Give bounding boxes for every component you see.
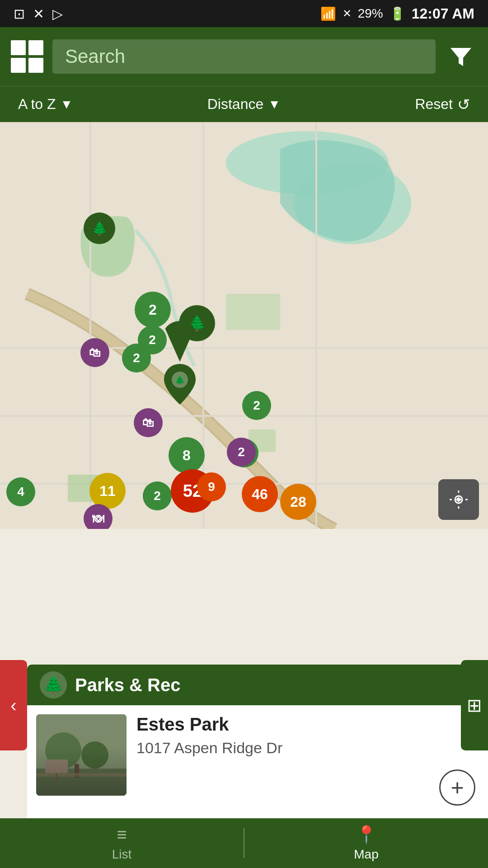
location-button[interactable] — [438, 479, 479, 520]
svg-marker-0 — [450, 48, 471, 66]
marker-purple-2[interactable]: 2 — [227, 438, 256, 467]
image-icon: ⊡ — [14, 6, 25, 22]
svg-point-18 — [45, 732, 81, 769]
map-pin-icon: 📍 — [356, 825, 377, 844]
add-button[interactable]: + — [439, 769, 475, 806]
status-bar: ⊡ ✕ ▷ 📶 ✕ 29% 🔋 12:07 AM — [0, 0, 488, 27]
reset-icon: ↺ — [457, 95, 470, 113]
panel-header: 🌲 Parks & Rec × — [27, 665, 488, 705]
sort-distance-button[interactable]: Distance ▼ — [207, 96, 281, 113]
nav-map-label: Map — [354, 847, 378, 862]
wifi-icon: 📶 — [320, 6, 336, 21]
place-name: Estes Park — [136, 714, 479, 735]
panel-content: Estes Park 1017 Aspen Ridge Dr — [27, 705, 488, 805]
list-icon: ≡ — [117, 825, 127, 844]
svg-rect-17 — [36, 769, 127, 796]
filter-button[interactable] — [445, 40, 477, 73]
sort-distance-label: Distance — [207, 96, 264, 113]
nav-map-tab[interactable]: 📍 Map — [244, 818, 488, 868]
battery-icon: 🔋 — [389, 6, 405, 21]
status-icons-right: 📶 ✕ 29% 🔋 12:07 AM — [320, 5, 474, 22]
svg-rect-21 — [36, 773, 127, 777]
svg-rect-4 — [226, 294, 280, 330]
marker-purple-food[interactable]: 🍽 — [84, 504, 113, 529]
grid-list-icon: ⊞ — [467, 695, 482, 716]
battery-percent: 29% — [358, 6, 383, 21]
park-icon-1: 🌲 — [92, 221, 108, 236]
svg-text:🌲: 🌲 — [175, 375, 185, 385]
panel-category-icon: 🌲 — [40, 671, 67, 698]
panel-category-name: Parks & Rec — [75, 675, 180, 695]
marker-orange-46[interactable]: 46 — [242, 476, 278, 512]
bottom-nav: ≡ List 📍 Map — [0, 818, 488, 868]
marker-green-2b[interactable]: 2 — [138, 326, 167, 354]
sort-az-button[interactable]: A to Z ▼ — [18, 96, 73, 113]
selected-pin-marker[interactable]: 🌲 — [162, 321, 198, 407]
close-icon: ✕ — [33, 6, 44, 22]
status-icons-left: ⊡ ✕ ▷ — [14, 6, 63, 22]
place-address: 1017 Aspen Ridge Dr — [136, 739, 479, 757]
place-image — [36, 714, 127, 796]
marker-orange-9[interactable]: 9 — [197, 472, 226, 501]
marker-purple-bag2[interactable]: 🛍 — [134, 408, 163, 437]
parks-icon: 🌲 — [43, 675, 64, 694]
park-marker-1[interactable]: 🌲 — [84, 212, 115, 244]
panel-title-area: 🌲 Parks & Rec — [40, 671, 180, 698]
sort-distance-arrow: ▼ — [268, 97, 281, 112]
svg-rect-20 — [75, 764, 79, 778]
marker-green-2d[interactable]: 2 — [242, 391, 271, 420]
svg-rect-22 — [45, 760, 68, 773]
map-background — [0, 122, 488, 529]
svg-rect-16 — [36, 714, 127, 796]
panel-prev-button[interactable]: ‹ — [0, 660, 27, 750]
svg-point-19 — [81, 741, 108, 769]
reset-label: Reset — [415, 96, 453, 113]
place-thumbnail — [36, 714, 127, 796]
svg-rect-23 — [56, 773, 57, 782]
nav-list-tab[interactable]: ≡ List — [0, 818, 244, 868]
marker-green-4[interactable]: 4 — [6, 477, 35, 506]
search-placeholder: Search — [65, 46, 125, 67]
marker-green-2f[interactable]: 2 — [143, 481, 172, 510]
marker-purple-bag1[interactable]: 🛍 — [80, 338, 109, 367]
search-bar[interactable]: Search — [52, 39, 436, 74]
place-info: Estes Park 1017 Aspen Ridge Dr — [136, 714, 479, 757]
place-card[interactable]: Estes Park 1017 Aspen Ridge Dr — [36, 714, 479, 796]
status-time: 12:07 AM — [412, 5, 474, 22]
sort-az-label: A to Z — [18, 96, 56, 113]
signal-icon: ✕ — [343, 7, 352, 20]
map-area[interactable]: 🌲 🌲 🌲 2 2 2 2 8 2 4 2 7 52 9 46 28 11 🛍 … — [0, 122, 488, 529]
marker-green-8[interactable]: 8 — [169, 437, 205, 473]
nav-list-label: List — [112, 847, 132, 862]
app-header: Search — [0, 27, 488, 86]
marker-yellow-11[interactable]: 11 — [89, 473, 126, 509]
info-panel: 🌲 Parks & Rec × — [27, 665, 488, 818]
sort-az-arrow: ▼ — [61, 97, 73, 112]
chevron-left-icon: ‹ — [10, 695, 16, 716]
panel-next-button[interactable]: ⊞ — [461, 660, 488, 750]
sort-bar: A to Z ▼ Distance ▼ Reset ↺ — [0, 86, 488, 122]
marker-green-2c[interactable]: 2 — [135, 292, 171, 328]
play-icon: ▷ — [52, 6, 63, 22]
reset-button[interactable]: Reset ↺ — [415, 95, 470, 113]
grid-menu-button[interactable] — [11, 40, 43, 73]
marker-orange-28[interactable]: 28 — [280, 484, 316, 520]
